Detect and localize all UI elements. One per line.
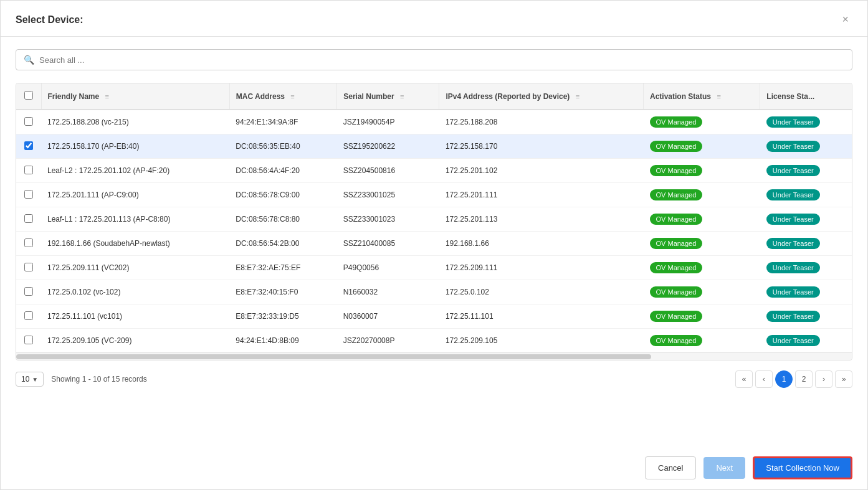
row-friendly-name: 172.25.158.170 (AP-EB:40) — [41, 134, 229, 159]
row-checkbox[interactable] — [24, 287, 33, 296]
per-page-selector[interactable]: 10 ▼ — [16, 372, 44, 387]
license-badge: Under Teaser — [766, 214, 820, 225]
row-friendly-name: Leaf-L2 : 172.25.201.102 (AP-4F:20) — [41, 159, 229, 183]
table-row: 172.25.158.170 (AP-EB:40) DC:08:56:35:EB… — [16, 134, 852, 159]
per-page-value: 10 — [21, 375, 29, 384]
row-friendly-name: 172.25.0.102 (vc-102) — [41, 280, 229, 304]
horizontal-scrollbar[interactable] — [16, 352, 852, 360]
row-license-status: Under Teaser — [760, 329, 852, 353]
header-activation-status: Activation Status ≡ — [644, 83, 760, 110]
next-button[interactable]: Next — [703, 457, 745, 479]
table-row: 192.168.1.66 (SoudabehAP-newlast) DC:08:… — [16, 232, 852, 256]
row-checkbox-cell — [16, 304, 41, 329]
left-pagination: 10 ▼ Showing 1 - 10 of 15 records — [16, 372, 147, 387]
sort-icon-activation[interactable]: ≡ — [717, 93, 720, 100]
row-checkbox[interactable] — [24, 263, 33, 271]
row-checkbox[interactable] — [24, 238, 33, 247]
device-table-wrapper: Friendly Name ≡ MAC Address ≡ Serial Num… — [16, 83, 852, 360]
row-friendly-name: Leaf-L1 : 172.25.201.113 (AP-C8:80) — [41, 207, 229, 232]
row-ipv4-address: 172.25.201.113 — [439, 207, 644, 232]
header-friendly-name: Friendly Name ≡ — [41, 83, 229, 110]
device-table: Friendly Name ≡ MAC Address ≡ Serial Num… — [16, 83, 852, 352]
first-page-button[interactable]: « — [735, 370, 753, 388]
sort-icon-mac-address[interactable]: ≡ — [290, 93, 294, 100]
row-mac-address: DC:08:56:35:EB:40 — [229, 134, 336, 159]
row-friendly-name: 172.25.209.105 (VC-209) — [41, 329, 229, 353]
table-row: 172.25.209.105 (VC-209) 94:24:E1:4D:8B:0… — [16, 329, 852, 353]
row-checkbox-cell — [16, 110, 41, 134]
row-ipv4-address: 172.25.158.170 — [439, 134, 644, 159]
header-mac-address: MAC Address ≡ — [229, 83, 336, 110]
row-checkbox[interactable] — [24, 141, 33, 150]
row-serial-number: N1660032 — [337, 280, 439, 304]
row-checkbox[interactable] — [24, 117, 33, 126]
next-page-button[interactable]: › — [815, 370, 832, 388]
dialog-body: 🔍 Friendly Name ≡ MAC Address ≡ — [1, 37, 867, 400]
sort-icon-serial-number[interactable]: ≡ — [400, 93, 404, 100]
row-ipv4-address: 192.168.1.66 — [439, 232, 644, 256]
row-license-status: Under Teaser — [760, 232, 852, 256]
close-button[interactable]: × — [838, 12, 852, 27]
row-ipv4-address: 172.25.11.101 — [439, 304, 644, 329]
row-friendly-name: 172.25.188.208 (vc-215) — [41, 110, 229, 134]
activation-badge: OV Managed — [650, 262, 703, 273]
select-all-checkbox[interactable] — [24, 91, 33, 100]
activation-badge: OV Managed — [650, 214, 703, 225]
row-checkbox[interactable] — [24, 166, 33, 174]
search-input[interactable] — [39, 55, 844, 65]
row-friendly-name: 172.25.201.111 (AP-C9:00) — [41, 183, 229, 207]
row-license-status: Under Teaser — [760, 304, 852, 329]
dialog-title: Select Device: — [16, 14, 83, 26]
showing-text: Showing 1 - 10 of 15 records — [51, 375, 146, 384]
row-mac-address: DC:08:56:4A:4F:20 — [229, 159, 336, 183]
row-mac-address: E8:E7:32:40:15:F0 — [229, 280, 336, 304]
row-activation-status: OV Managed — [644, 159, 760, 183]
license-badge: Under Teaser — [766, 189, 820, 200]
activation-badge: OV Managed — [650, 116, 703, 128]
row-mac-address: E8:E7:32:AE:75:EF — [229, 256, 336, 280]
table-row: 172.25.0.102 (vc-102) E8:E7:32:40:15:F0 … — [16, 280, 852, 304]
sort-icon-friendly-name[interactable]: ≡ — [105, 93, 109, 100]
row-ipv4-address: 172.25.201.111 — [439, 183, 644, 207]
row-serial-number: SSZ204500816 — [337, 159, 439, 183]
license-badge: Under Teaser — [766, 286, 820, 298]
license-badge: Under Teaser — [766, 141, 820, 152]
row-serial-number: P49Q0056 — [337, 256, 439, 280]
search-icon: 🔍 — [24, 55, 34, 65]
row-friendly-name: 192.168.1.66 (SoudabehAP-newlast) — [41, 232, 229, 256]
last-page-button[interactable]: » — [835, 370, 852, 388]
start-collection-button[interactable]: Start Collection Now — [753, 456, 852, 479]
row-ipv4-address: 172.25.188.208 — [439, 110, 644, 134]
row-serial-number: N0360007 — [337, 304, 439, 329]
row-license-status: Under Teaser — [760, 110, 852, 134]
row-mac-address: 94:24:E1:34:9A:8F — [229, 110, 336, 134]
row-checkbox-cell — [16, 232, 41, 256]
page-1-button[interactable]: 1 — [775, 370, 793, 388]
prev-page-button[interactable]: ‹ — [755, 370, 773, 388]
row-license-status: Under Teaser — [760, 159, 852, 183]
row-activation-status: OV Managed — [644, 232, 760, 256]
row-checkbox-cell — [16, 159, 41, 183]
row-checkbox-cell — [16, 280, 41, 304]
row-checkbox[interactable] — [24, 214, 33, 223]
row-license-status: Under Teaser — [760, 134, 852, 159]
row-serial-number: SSZ210400085 — [337, 232, 439, 256]
row-checkbox-cell — [16, 329, 41, 353]
row-activation-status: OV Managed — [644, 304, 760, 329]
sort-icon-ipv4[interactable]: ≡ — [576, 93, 579, 100]
scrollbar-thumb — [16, 354, 651, 359]
activation-badge: OV Managed — [650, 165, 703, 176]
table-row: 172.25.209.111 (VC202) E8:E7:32:AE:75:EF… — [16, 256, 852, 280]
row-checkbox[interactable] — [24, 190, 33, 199]
row-checkbox[interactable] — [24, 336, 33, 344]
table-row: 172.25.11.101 (vc101) E8:E7:32:33:19:D5 … — [16, 304, 852, 329]
row-friendly-name: 172.25.11.101 (vc101) — [41, 304, 229, 329]
row-mac-address: DC:08:56:54:2B:00 — [229, 232, 336, 256]
cancel-button[interactable]: Cancel — [645, 456, 696, 479]
row-serial-number: JSZ20270008P — [337, 329, 439, 353]
activation-badge: OV Managed — [650, 189, 703, 200]
row-activation-status: OV Managed — [644, 183, 760, 207]
row-checkbox[interactable] — [24, 311, 33, 320]
row-license-status: Under Teaser — [760, 256, 852, 280]
page-2-button[interactable]: 2 — [795, 370, 813, 388]
